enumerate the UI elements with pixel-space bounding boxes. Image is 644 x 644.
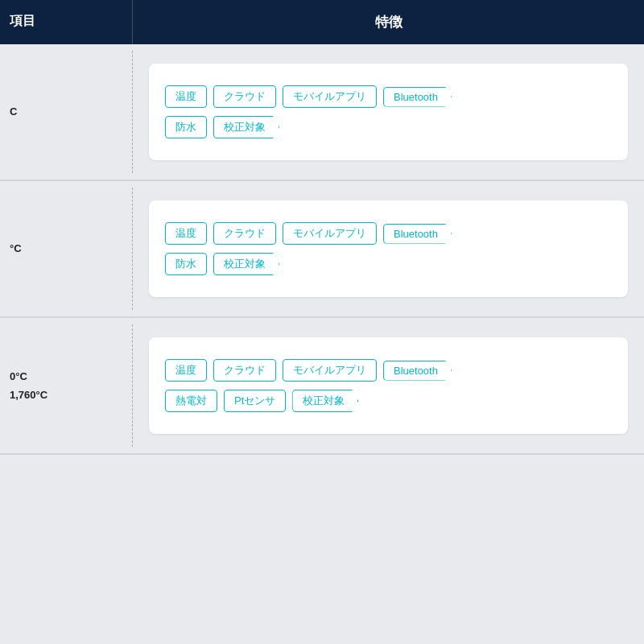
feature-tag: クラウド — [213, 222, 276, 245]
row-features-col: 温度クラウドモバイルアプリBluetooth防水校正対象 — [133, 51, 644, 173]
tag-row: 温度クラウドモバイルアプリBluetooth — [165, 359, 612, 382]
item-text: 0°C — [10, 367, 122, 386]
tag-row: 熱電対Ptセンサ校正対象 — [165, 390, 612, 412]
feature-tag: 防水 — [165, 253, 207, 275]
table-row: C温度クラウドモバイルアプリBluetooth防水校正対象 — [0, 44, 644, 181]
feature-tag: Ptセンサ — [224, 390, 286, 412]
tag-row: 温度クラウドモバイルアプリBluetooth — [165, 222, 612, 245]
row-item-col: 0°C1,760°C — [0, 324, 133, 447]
item-text: C — [10, 102, 122, 121]
feature-card: 温度クラウドモバイルアプリBluetooth防水校正対象 — [149, 200, 628, 297]
feature-tag: モバイルアプリ — [283, 222, 377, 245]
tag-row: 温度クラウドモバイルアプリBluetooth — [165, 85, 612, 108]
header-features-col: 特徴 — [133, 0, 644, 44]
feature-tag: 熱電対 — [165, 390, 217, 412]
feature-tag: Bluetooth — [383, 361, 452, 381]
comparison-table: 項目 特徴 C温度クラウドモバイルアプリBluetooth防水校正対象°C温度ク… — [0, 0, 644, 455]
header-features-label: 特徴 — [375, 14, 402, 30]
table-header: 項目 特徴 — [0, 0, 644, 44]
row-item-col: C — [0, 51, 133, 173]
feature-card: 温度クラウドモバイルアプリBluetooth熱電対Ptセンサ校正対象 — [149, 337, 628, 434]
row-features-col: 温度クラウドモバイルアプリBluetooth熱電対Ptセンサ校正対象 — [133, 324, 644, 447]
feature-tag: Bluetooth — [383, 87, 452, 107]
feature-tag: Bluetooth — [383, 224, 452, 244]
feature-tag: 温度 — [165, 359, 207, 382]
item-text: 1,760°C — [10, 386, 122, 404]
header-item-col: 項目 — [0, 0, 133, 44]
row-features-col: 温度クラウドモバイルアプリBluetooth防水校正対象 — [133, 188, 644, 310]
feature-tag: 温度 — [165, 85, 207, 108]
row-item-col: °C — [0, 188, 133, 310]
table-body: C温度クラウドモバイルアプリBluetooth防水校正対象°C温度クラウドモバイ… — [0, 44, 644, 455]
feature-tag: 校正対象 — [213, 116, 279, 138]
item-text: °C — [10, 239, 122, 258]
feature-card: 温度クラウドモバイルアプリBluetooth防水校正対象 — [149, 64, 628, 160]
feature-tag: モバイルアプリ — [283, 85, 377, 108]
feature-tag: 校正対象 — [213, 253, 279, 275]
header-item-label: 項目 — [10, 14, 35, 27]
feature-tag: モバイルアプリ — [283, 359, 377, 382]
feature-tag: クラウド — [213, 85, 276, 108]
feature-tag: 防水 — [165, 116, 207, 138]
tag-row: 防水校正対象 — [165, 116, 612, 138]
table-row: 0°C1,760°C温度クラウドモバイルアプリBluetooth熱電対Ptセンサ… — [0, 318, 644, 455]
table-row: °C温度クラウドモバイルアプリBluetooth防水校正対象 — [0, 181, 644, 318]
feature-tag: 温度 — [165, 222, 207, 245]
feature-tag: クラウド — [213, 359, 276, 382]
tag-row: 防水校正対象 — [165, 253, 612, 275]
feature-tag: 校正対象 — [292, 390, 358, 412]
